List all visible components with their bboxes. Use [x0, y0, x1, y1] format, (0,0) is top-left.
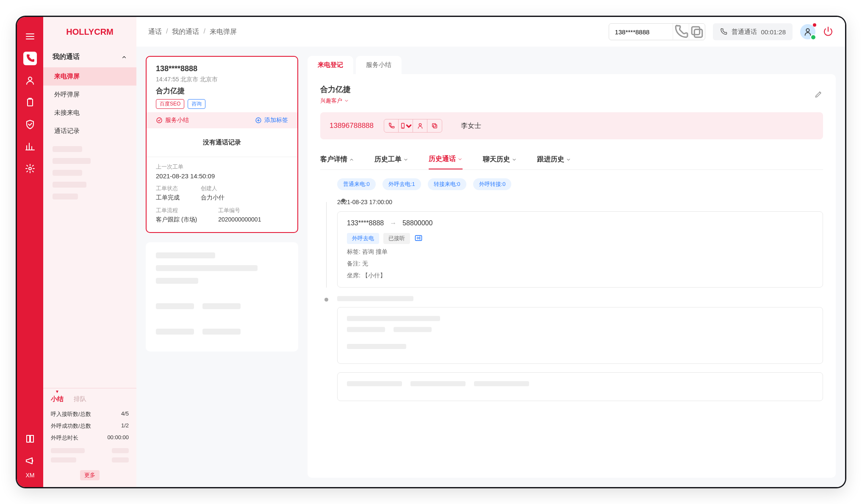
sidebar-item-incoming-popup[interactable]: 来电弹屏 — [43, 67, 136, 86]
customer-name: 合力亿捷 — [320, 84, 351, 94]
dial-input-group — [609, 23, 705, 40]
call-status[interactable]: 普通通话 00:01:28 — [713, 23, 793, 40]
dtab-followup-history[interactable]: 跟进历史 — [537, 150, 571, 169]
svg-rect-1 — [28, 99, 33, 106]
order-number-link[interactable]: 2020000000001 — [218, 216, 261, 223]
notif-dot-icon — [813, 23, 816, 27]
content: 138****8888 14:47:55 北京市 北京市 合力亿捷 百度SEO … — [136, 47, 845, 487]
dtab-history-calls[interactable]: 历史通话 — [429, 150, 463, 169]
power-icon[interactable] — [823, 26, 833, 38]
avatar[interactable] — [800, 24, 815, 39]
timeline: 2021-08-23 17:00:00 133****8888 → 588000… — [320, 199, 823, 288]
chevron-up-icon — [121, 54, 127, 60]
clipboard-icon[interactable] — [23, 96, 37, 109]
add-tag-button[interactable]: 添加标签 — [255, 116, 288, 124]
online-dot-icon — [810, 34, 816, 40]
xm-label[interactable]: XM — [26, 472, 35, 479]
more-button[interactable]: 更多 — [80, 470, 100, 480]
customer-phone: 13896788888 — [330, 122, 374, 130]
status-timer: 00:01:28 — [761, 28, 786, 36]
sidebar-skeleton — [53, 182, 86, 188]
shield-icon[interactable] — [23, 118, 37, 131]
caller-company: 合力亿捷 — [156, 86, 288, 96]
svg-point-5 — [806, 29, 809, 32]
detail-panel: 合力亿捷 兴趣客户 13896788888 李女士 — [308, 74, 836, 478]
timeline-skeleton — [320, 296, 823, 401]
dial-copy-icon[interactable] — [689, 24, 705, 40]
svg-rect-10 — [433, 125, 437, 128]
stat-row: 外呼总时长00:00:00 — [51, 432, 129, 444]
sidebar-skeleton — [53, 194, 78, 199]
sidebar-group-title: 我的通话 — [53, 53, 80, 61]
timeline-card: 133****8888 → 58800000 外呼去电 已接听 标签:咨询 撞单… — [337, 211, 823, 288]
caller-card: 138****8888 14:47:55 北京市 北京市 合力亿捷 百度SEO … — [146, 56, 298, 233]
stats-tab-queue[interactable]: 排队 — [74, 395, 86, 403]
detail-column: 来电登记 服务小结 合力亿捷 兴趣客户 13896788888 — [308, 56, 836, 478]
last-order-info: 上一次工单 2021-08-23 14:50:09 工单状态工单完成 创建人合力… — [147, 157, 297, 232]
svg-rect-3 — [694, 29, 702, 37]
user-icon[interactable] — [23, 74, 37, 87]
timeline-time: 2021-08-23 17:00:00 — [337, 199, 823, 205]
caller-tag: 咨询 — [188, 99, 205, 109]
tab-incoming-register[interactable]: 来电登记 — [308, 56, 353, 74]
svg-point-0 — [28, 77, 32, 80]
sidebar: HOLLYCRM 我的通话 来电弹屏 外呼弹屏 未接来电 通话记录 ▼小结 排队… — [43, 17, 136, 487]
skeleton-card — [146, 242, 298, 352]
sidebar-nav: 我的通话 来电弹屏 外呼弹屏 未接来电 通话记录 — [43, 47, 136, 210]
svg-point-2 — [29, 167, 31, 170]
sidebar-item-outgoing-popup[interactable]: 外呼弹屏 — [43, 86, 136, 104]
sidebar-skeleton — [53, 170, 82, 176]
filter-pill[interactable]: 普通来电:0 — [337, 178, 376, 190]
sidebar-item-missed[interactable]: 未接来电 — [43, 104, 136, 122]
dial-input[interactable] — [609, 28, 673, 36]
waveform-icon[interactable] — [414, 234, 423, 244]
caller-tag: 百度SEO — [156, 99, 184, 109]
filter-pill[interactable]: 转接来电:0 — [428, 178, 466, 190]
filter-pills: 普通来电:0 外呼去电:1 转接来电:0 外呼转接:0 — [337, 178, 823, 190]
contact-name: 李女士 — [461, 122, 481, 130]
no-record-label: 没有通话记录 — [147, 128, 297, 157]
sidebar-stats: ▼小结 排队 呼入接听数/总数4/5 外呼成功数/总数1/2 外呼总时长00:0… — [43, 388, 136, 487]
dial-phone-icon[interactable] — [673, 24, 689, 40]
chip-status: 已接听 — [383, 233, 410, 244]
status-label: 普通通话 — [732, 28, 757, 36]
filter-pill[interactable]: 外呼去电:1 — [382, 178, 421, 190]
mobile-icon[interactable] — [399, 119, 413, 132]
filter-pill[interactable]: 外呼转接:0 — [473, 178, 512, 190]
caller-phone: 138****8888 — [156, 64, 288, 73]
chip-type: 外呼去电 — [347, 233, 379, 244]
arrow-right-icon: → — [390, 219, 396, 227]
customer-type[interactable]: 兴趣客户 — [320, 97, 351, 105]
logo: HOLLYCRM — [43, 17, 136, 47]
menu-icon[interactable] — [23, 30, 37, 43]
sidebar-item-records[interactable]: 通话记录 — [43, 122, 136, 140]
chart-icon[interactable] — [23, 140, 37, 153]
copy-icon[interactable] — [427, 119, 442, 132]
svg-rect-4 — [692, 27, 700, 34]
svg-point-9 — [419, 124, 421, 126]
svg-point-6 — [157, 118, 162, 123]
caller-column: 138****8888 14:47:55 北京市 北京市 合力亿捷 百度SEO … — [146, 56, 298, 478]
dtab-chat-history[interactable]: 聊天历史 — [483, 150, 517, 169]
megaphone-icon[interactable] — [23, 454, 37, 468]
gear-icon[interactable] — [23, 162, 37, 175]
dtab-history-orders[interactable]: 历史工单 — [374, 150, 408, 169]
dtab-customer-detail[interactable]: 客户详情 — [320, 150, 354, 169]
tab-service-summary[interactable]: 服务小结 — [356, 56, 402, 74]
stat-row: 外呼成功数/总数1/2 — [51, 420, 129, 432]
service-summary-button[interactable]: 服务小结 — [156, 116, 189, 124]
edit-icon[interactable] — [815, 90, 823, 100]
svg-rect-11 — [432, 124, 436, 127]
detail-tabs: 客户详情 历史工单 历史通话 聊天历史 跟进历史 — [320, 150, 823, 170]
call-icon[interactable] — [384, 119, 399, 132]
sidebar-group-header[interactable]: 我的通话 — [43, 47, 136, 67]
caller-time-location: 14:47:55 北京市 北京市 — [156, 76, 288, 83]
book-icon[interactable] — [23, 432, 37, 446]
nav-rail: XM — [17, 17, 43, 487]
contact-icon[interactable] — [413, 119, 427, 132]
app-window: XM HOLLYCRM 我的通话 来电弹屏 外呼弹屏 未接来电 通话记录 ▼小结… — [17, 17, 845, 487]
phone-icon[interactable] — [23, 52, 37, 65]
sidebar-skeleton — [53, 158, 91, 164]
breadcrumb: 通话/ 我的通话/ 来电弹屏 — [148, 28, 237, 36]
stats-tab-summary[interactable]: ▼小结 — [51, 395, 64, 403]
